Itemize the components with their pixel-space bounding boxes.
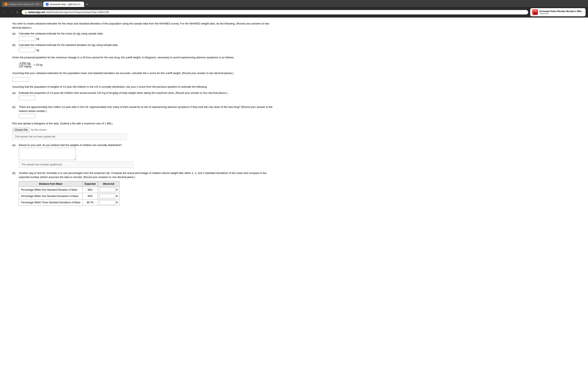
zscore-input-row xyxy=(12,77,274,82)
table-row: Percentage Within One Standard Deviation… xyxy=(19,187,120,193)
fraction-display: 4,000 mg 125 mg/kg = 32 kg xyxy=(18,62,274,68)
tab-label-homework: Homework Help - Q&A from O… xyxy=(50,3,82,6)
table-cell-expected-0: 68% xyxy=(82,187,98,193)
plot-text: Plot and upload a histogram of the data.… xyxy=(12,122,274,125)
plot-a-text: Based on your plot, do you believe that … xyxy=(19,143,122,147)
zscore-section: Assuming that your unbiased estimates fo… xyxy=(12,71,274,82)
table-cell-observed-0: % xyxy=(98,187,119,193)
table-cell-observed-2: % xyxy=(98,200,119,206)
atrisk-content: There are approximately four million 12-… xyxy=(19,105,274,118)
mean-input[interactable] xyxy=(19,36,35,41)
empirical-table: Distance from Mean Expected Observed Per… xyxy=(19,181,120,206)
fraction-result: = 32 kg xyxy=(34,63,43,66)
proportion-label: (a) xyxy=(12,91,18,94)
atrisk-text: There are approximately four million 12-… xyxy=(19,105,273,113)
intro-text: You wish to create unbiased estimates fo… xyxy=(12,22,274,30)
new-tab-button[interactable]: + xyxy=(85,2,90,7)
normal-dist-text: Assuming that the population of weights … xyxy=(12,85,274,89)
url-domain: webassign.net xyxy=(28,11,45,14)
grade-note-2: This answer has not been graded yet. xyxy=(19,161,133,168)
file-upload-section: Plot and upload a histogram of the data.… xyxy=(12,122,274,140)
tab-favicon-homework xyxy=(46,3,49,6)
plot-a-textarea[interactable] xyxy=(19,148,76,160)
proportion-text: Estimate the proportion of 12-year-old c… xyxy=(19,91,228,94)
observed-wrapper-2: % xyxy=(99,200,118,205)
calendar-month: FEB xyxy=(532,10,538,12)
stddev-text: Calculate the unbiased estimate for the … xyxy=(19,43,118,47)
tab-chapter6[interactable]: Chapter 6 Lab with Excel - IPC ✕ xyxy=(2,2,43,7)
proportion-content: Estimate the proportion of 12-year-old c… xyxy=(19,91,274,100)
mean-text: Calculate the unbiased estimate for the … xyxy=(19,32,103,35)
intro-section: You wish to create unbiased estimates fo… xyxy=(12,22,274,52)
mean-unit: kg xyxy=(36,37,39,40)
zscore-input[interactable] xyxy=(12,77,29,82)
atrisk-input-row xyxy=(19,114,274,118)
col-distance: Distance from Mean xyxy=(19,181,83,187)
normal-dist-section: Assuming that the population of weights … xyxy=(12,85,274,118)
col-expected: Expected xyxy=(82,181,98,187)
plot-b-question: (b) Another way to test for normality is… xyxy=(12,171,274,206)
plot-a-content: Based on your plot, do you believe that … xyxy=(19,143,274,168)
lock-icon: 🔒 xyxy=(25,11,27,14)
tab-favicon-chapter6 xyxy=(4,3,7,6)
pct-label-2: % xyxy=(116,201,118,204)
proportion-input-row xyxy=(19,96,274,100)
stddev-input[interactable] xyxy=(19,48,35,52)
stddev-label: (b) xyxy=(12,43,18,47)
stddev-input-row: kg xyxy=(19,48,274,52)
observed-wrapper-1: % xyxy=(99,194,118,198)
tab-close-homework[interactable]: ✕ xyxy=(83,3,84,6)
mean-label: (a) xyxy=(12,32,18,35)
stddev-unit: kg xyxy=(36,49,39,52)
plot-a-question: (a) Based on your plot, do you believe t… xyxy=(12,143,274,168)
tab-label-chapter6: Chapter 6 Lab with Excel - IPC xyxy=(9,3,39,6)
grade-note-1: This answer has not been graded yet. xyxy=(12,133,127,140)
calendar-name: Fernando Pedro Nicolau Nicolau's 29th… xyxy=(540,10,584,12)
observed-input-2[interactable] xyxy=(99,200,115,205)
table-header-row: Distance from Mean Expected Observed xyxy=(19,181,120,187)
mean-content: Calculate the unbiased estimate for the … xyxy=(19,32,274,41)
url-bar[interactable]: 🔒 webassign.net /web/Student/Assignment-… xyxy=(22,10,528,15)
plot-b-text: Another way to test for normality is to … xyxy=(19,171,274,179)
choose-file-button[interactable]: Choose File xyxy=(12,128,30,132)
observed-input-0[interactable] xyxy=(99,188,115,192)
atrisk-input[interactable] xyxy=(19,114,35,118)
calendar-text: Fernando Pedro Nicolau Nicolau's 29th… T… xyxy=(540,10,584,15)
mean-question: (a) Calculate the unbiased estimate for … xyxy=(12,32,274,41)
calendar-day: 14 xyxy=(534,12,537,15)
table-cell-expected-1: 95% xyxy=(82,193,98,200)
browser-chrome: Chapter 6 Lab with Excel - IPC ✕ Homewor… xyxy=(0,0,588,7)
plot-b-section: (b) Another way to test for normality is… xyxy=(12,171,274,206)
zscore-text: Assuming that your unbiased estimates fo… xyxy=(12,71,274,75)
table-cell-label-0: Percentage Within One Standard Deviation… xyxy=(19,187,83,193)
url-path: /web/Student/Assignment-Responses/last?d… xyxy=(46,11,109,14)
fraction-numerator: 4,000 mg xyxy=(19,62,31,65)
tab-close-chapter6[interactable]: ✕ xyxy=(40,3,42,6)
plot-b-label: (b) xyxy=(12,171,18,175)
observed-wrapper-0: % xyxy=(99,188,118,192)
mean-input-row: kg xyxy=(19,36,274,41)
pct-label-1: % xyxy=(116,195,118,198)
stddev-content: Calculate the unbiased estimate for the … xyxy=(19,43,274,52)
observed-input-1[interactable] xyxy=(99,194,115,198)
refresh-button[interactable]: ↻ xyxy=(16,10,20,14)
calendar-icon: FEB 14 xyxy=(532,9,538,15)
calendar-widget[interactable]: FEB 14 Fernando Pedro Nicolau Nicolau's … xyxy=(530,8,586,16)
plot-a-label: (a) xyxy=(12,143,18,147)
tab-homework[interactable]: Homework Help - Q&A from O… ✕ xyxy=(43,2,84,7)
proportion-input[interactable] xyxy=(19,96,35,100)
calendar-sub: Tomorrow xyxy=(540,12,584,15)
table-cell-expected-2: 99.7% xyxy=(82,200,98,206)
col-observed: Observed xyxy=(98,181,119,187)
table-row: Percentage Within Three Standard Deviati… xyxy=(19,200,120,206)
plot-a-input-row xyxy=(19,148,274,160)
no-file-label: No file chosen xyxy=(31,128,47,131)
back-button[interactable]: ← xyxy=(2,10,7,14)
table-cell-label-2: Percentage Within Three Standard Deviati… xyxy=(19,200,83,206)
guideline-section: Given the proposed guideline for the max… xyxy=(12,55,274,68)
guideline-text: Given the proposed guideline for the max… xyxy=(12,55,274,59)
plot-a-section: (a) Based on your plot, do you believe t… xyxy=(12,143,274,168)
stddev-question: (b) Calculate the unbiased estimate for … xyxy=(12,43,274,52)
address-bar: ← → ↻ 🔒 webassign.net /web/Student/Assig… xyxy=(0,7,588,17)
forward-button[interactable]: → xyxy=(9,10,13,14)
